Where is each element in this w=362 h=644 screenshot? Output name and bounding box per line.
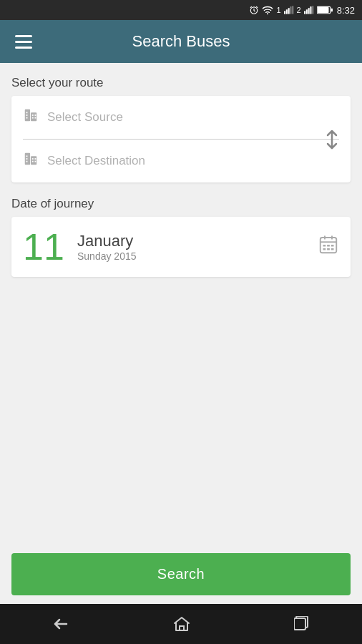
date-day: 11 — [23, 228, 66, 265]
date-info: January Sunday 2015 — [77, 232, 306, 262]
svg-rect-23 — [35, 117, 36, 119]
svg-rect-13 — [317, 7, 328, 13]
search-button-container: Search — [0, 545, 362, 604]
date-section-label: Date of journey — [11, 197, 351, 211]
spacer — [11, 291, 351, 532]
svg-rect-21 — [32, 117, 34, 119]
signal1-icon: 1 — [276, 6, 280, 14]
svg-rect-25 — [31, 156, 36, 165]
time-display: 8:32 — [337, 5, 355, 16]
swap-button[interactable] — [325, 130, 339, 150]
battery-icon — [317, 6, 333, 14]
status-bar: 1 2 8:32 — [0, 0, 362, 20]
app-header: Search Buses — [0, 20, 362, 63]
status-icons: 1 2 8:32 — [249, 5, 355, 16]
svg-rect-39 — [331, 245, 334, 247]
date-section: Date of journey 11 January Sunday 2015 — [11, 197, 351, 277]
signal2-icon: 2 — [297, 6, 301, 14]
svg-rect-43 — [180, 626, 184, 630]
svg-rect-26 — [26, 155, 28, 157]
svg-rect-14 — [331, 9, 332, 12]
svg-rect-27 — [26, 158, 28, 160]
hamburger-menu-button[interactable] — [11, 31, 36, 52]
date-dayname-year: Sunday 2015 — [77, 250, 306, 262]
svg-rect-7 — [304, 11, 305, 14]
svg-rect-8 — [305, 9, 307, 14]
hamburger-line-2 — [15, 41, 32, 43]
page-title: Search Buses — [36, 32, 326, 51]
hamburger-line-1 — [15, 35, 32, 37]
svg-rect-29 — [32, 158, 34, 160]
recents-button[interactable] — [280, 610, 324, 638]
svg-rect-31 — [35, 158, 36, 160]
svg-rect-45 — [294, 618, 305, 630]
svg-rect-6 — [292, 6, 293, 14]
source-row[interactable]: Select Source — [23, 96, 339, 140]
svg-rect-22 — [35, 114, 36, 116]
svg-rect-2 — [284, 11, 285, 14]
svg-rect-18 — [26, 114, 28, 116]
wifi-icon — [262, 5, 273, 15]
svg-rect-10 — [310, 6, 311, 14]
svg-rect-28 — [26, 161, 28, 162]
source-building-icon — [23, 107, 39, 127]
svg-rect-38 — [327, 245, 330, 247]
route-section-label: Select your route — [11, 76, 351, 90]
date-month: January — [77, 232, 306, 250]
destination-row[interactable]: Select Destination — [23, 140, 339, 182]
back-button[interactable] — [38, 611, 84, 637]
svg-rect-17 — [26, 112, 28, 113]
svg-rect-9 — [308, 8, 309, 14]
destination-building-icon — [23, 151, 39, 171]
svg-rect-19 — [26, 117, 28, 119]
hamburger-line-3 — [15, 47, 32, 49]
svg-rect-4 — [288, 8, 289, 14]
svg-rect-32 — [35, 161, 36, 162]
svg-rect-11 — [312, 6, 313, 14]
svg-rect-40 — [323, 248, 326, 250]
destination-input[interactable]: Select Destination — [47, 154, 339, 168]
route-section: Select your route — [11, 76, 351, 182]
bottom-navigation — [0, 604, 362, 644]
search-button[interactable]: Search — [11, 553, 351, 595]
calendar-button[interactable] — [318, 234, 339, 260]
alarm-icon — [249, 5, 259, 15]
main-content: Select your route — [0, 63, 362, 545]
svg-rect-5 — [290, 6, 291, 14]
svg-rect-37 — [323, 245, 326, 247]
svg-rect-42 — [331, 248, 334, 250]
svg-rect-41 — [327, 248, 330, 250]
svg-rect-3 — [285, 9, 287, 14]
svg-rect-16 — [31, 112, 36, 121]
source-input[interactable]: Select Source — [47, 110, 339, 125]
home-button[interactable] — [159, 610, 205, 638]
signal1-bars-icon — [284, 5, 294, 15]
route-card: Select Source — [11, 96, 351, 182]
signal2-bars-icon — [304, 5, 314, 15]
date-card[interactable]: 11 January Sunday 2015 — [11, 217, 351, 277]
svg-rect-20 — [32, 114, 34, 116]
svg-rect-30 — [32, 161, 34, 162]
svg-point-1 — [267, 13, 268, 14]
